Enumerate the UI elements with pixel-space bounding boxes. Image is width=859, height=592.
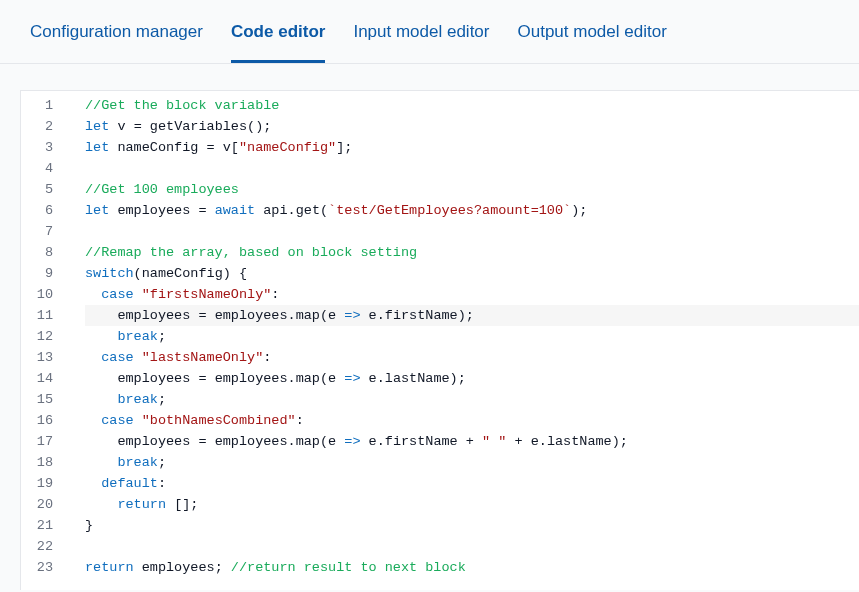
line-number: 17 bbox=[21, 431, 53, 452]
code-line[interactable]: case "lastsNameOnly": bbox=[85, 347, 859, 368]
line-number: 10 bbox=[21, 284, 53, 305]
code-line[interactable]: } bbox=[85, 515, 859, 536]
line-number: 21 bbox=[21, 515, 53, 536]
line-number: 7 bbox=[21, 221, 53, 242]
code-line[interactable]: //Get the block variable bbox=[85, 95, 859, 116]
code-editor[interactable]: 1234567891011121314151617181920212223 //… bbox=[21, 91, 859, 578]
tab-input-model-editor[interactable]: Input model editor bbox=[353, 0, 489, 63]
code-line[interactable]: return []; bbox=[85, 494, 859, 515]
code-line[interactable]: case "firstsNameOnly": bbox=[85, 284, 859, 305]
line-number: 18 bbox=[21, 452, 53, 473]
line-number: 14 bbox=[21, 368, 53, 389]
tab-code-editor[interactable]: Code editor bbox=[231, 0, 325, 63]
line-number: 13 bbox=[21, 347, 53, 368]
line-number: 4 bbox=[21, 158, 53, 179]
code-line[interactable]: employees = employees.map(e => e.firstNa… bbox=[85, 431, 859, 452]
code-line[interactable]: employees = employees.map(e => e.firstNa… bbox=[85, 305, 859, 326]
tab-output-model-editor[interactable]: Output model editor bbox=[518, 0, 667, 63]
code-line[interactable]: default: bbox=[85, 473, 859, 494]
code-line[interactable]: return employees; //return result to nex… bbox=[85, 557, 859, 578]
code-line[interactable]: case "bothNamesCombined": bbox=[85, 410, 859, 431]
code-line[interactable]: break; bbox=[85, 389, 859, 410]
tab-bar: Configuration manager Code editor Input … bbox=[0, 0, 859, 64]
code-line[interactable]: switch(nameConfig) { bbox=[85, 263, 859, 284]
code-line[interactable]: let employees = await api.get(`test/GetE… bbox=[85, 200, 859, 221]
code-editor-panel: 1234567891011121314151617181920212223 //… bbox=[20, 90, 859, 590]
line-number: 23 bbox=[21, 557, 53, 578]
code-line[interactable] bbox=[85, 158, 859, 179]
line-number: 9 bbox=[21, 263, 53, 284]
line-number: 5 bbox=[21, 179, 53, 200]
code-line[interactable] bbox=[85, 536, 859, 557]
code-line[interactable]: let v = getVariables(); bbox=[85, 116, 859, 137]
line-number: 16 bbox=[21, 410, 53, 431]
code-line[interactable]: break; bbox=[85, 452, 859, 473]
code-line[interactable]: let nameConfig = v["nameConfig"]; bbox=[85, 137, 859, 158]
line-number: 22 bbox=[21, 536, 53, 557]
line-number: 12 bbox=[21, 326, 53, 347]
line-number: 19 bbox=[21, 473, 53, 494]
code-line[interactable]: //Get 100 employees bbox=[85, 179, 859, 200]
code-line[interactable] bbox=[85, 221, 859, 242]
tab-configuration-manager[interactable]: Configuration manager bbox=[30, 0, 203, 63]
line-number: 11 bbox=[21, 305, 53, 326]
line-number: 6 bbox=[21, 200, 53, 221]
line-number: 3 bbox=[21, 137, 53, 158]
line-number: 1 bbox=[21, 95, 53, 116]
code-line[interactable]: //Remap the array, based on block settin… bbox=[85, 242, 859, 263]
code-line[interactable]: break; bbox=[85, 326, 859, 347]
code-line[interactable]: employees = employees.map(e => e.lastNam… bbox=[85, 368, 859, 389]
line-number: 15 bbox=[21, 389, 53, 410]
code-content[interactable]: //Get the block variablelet v = getVaria… bbox=[67, 91, 859, 578]
line-number-gutter: 1234567891011121314151617181920212223 bbox=[21, 91, 67, 578]
line-number: 2 bbox=[21, 116, 53, 137]
line-number: 8 bbox=[21, 242, 53, 263]
line-number: 20 bbox=[21, 494, 53, 515]
